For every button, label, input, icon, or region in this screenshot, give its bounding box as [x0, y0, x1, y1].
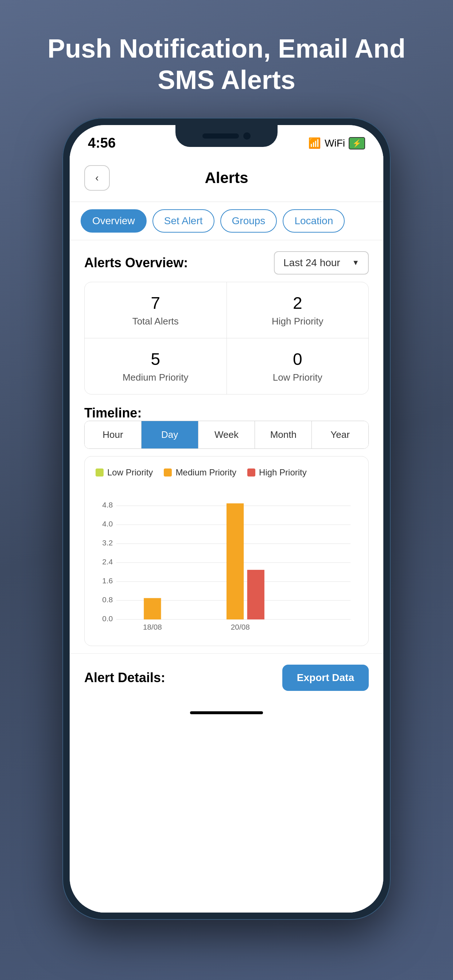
low-priority-cell: 0 Low Priority — [227, 338, 369, 394]
alert-details-label: Alert Details: — [84, 670, 165, 686]
svg-text:4.8: 4.8 — [102, 501, 113, 509]
low-priority-dot — [96, 468, 104, 477]
medium-priority-value: 5 — [92, 349, 219, 369]
camera — [243, 132, 250, 140]
battery-icon: ⚡ — [349, 137, 365, 150]
dropdown-value: Last 24 hour — [283, 257, 340, 269]
medium-priority-dot — [164, 468, 172, 477]
tab-year[interactable]: Year — [312, 421, 368, 449]
timeline-section: Timeline: Hour Day Week Month Year — [70, 406, 383, 646]
legend-low-priority: Low Priority — [96, 468, 153, 477]
page-title: Push Notification, Email And SMS Alerts — [0, 33, 453, 96]
svg-text:3.2: 3.2 — [102, 538, 113, 547]
bar-18-08-medium — [144, 598, 161, 619]
svg-text:0.0: 0.0 — [102, 614, 113, 622]
status-icons: 📶 WiFi ⚡ — [308, 137, 365, 150]
svg-text:4.0: 4.0 — [102, 520, 113, 528]
alerts-overview-section: Alerts Overview: Last 24 hour ▼ — [70, 240, 383, 275]
medium-priority-cell: 5 Medium Priority — [85, 338, 227, 394]
alerts-overview-header: Alerts Overview: Last 24 hour ▼ — [84, 251, 369, 275]
tab-month[interactable]: Month — [255, 421, 312, 449]
high-priority-dot — [247, 468, 255, 477]
stats-row-1: 7 Total Alerts 2 High Priority — [85, 282, 368, 338]
svg-text:18/08: 18/08 — [143, 623, 162, 631]
bar-20-08-medium — [226, 503, 244, 619]
timeline-label: Timeline: — [84, 406, 142, 420]
chart-card: Low Priority Medium Priority High Priori… — [84, 456, 369, 646]
wifi-icon: WiFi — [325, 137, 345, 149]
tab-set-alert[interactable]: Set Alert — [152, 209, 214, 232]
svg-text:20/08: 20/08 — [231, 623, 250, 631]
tab-bar: Overview Set Alert Groups Location — [70, 202, 383, 240]
svg-text:2.4: 2.4 — [102, 557, 113, 566]
back-icon: ‹ — [95, 172, 99, 184]
home-bar — [190, 711, 263, 714]
high-priority-cell: 2 High Priority — [227, 282, 369, 338]
legend-high-priority: High Priority — [247, 468, 307, 477]
svg-text:1.6: 1.6 — [102, 576, 113, 585]
high-priority-label: High Priority — [272, 316, 324, 327]
page-header-title: Alerts — [110, 169, 343, 187]
tab-groups[interactable]: Groups — [220, 209, 277, 232]
status-time: 4:56 — [88, 135, 116, 151]
tab-location[interactable]: Location — [283, 209, 345, 232]
tab-overview[interactable]: Overview — [81, 209, 147, 232]
tab-week[interactable]: Week — [198, 421, 255, 449]
legend-medium-label: Medium Priority — [175, 468, 236, 477]
legend-high-label: High Priority — [259, 468, 307, 477]
low-priority-value: 0 — [234, 349, 362, 369]
phone-frame: 4:56 📶 WiFi ⚡ ‹ Alerts Overv — [62, 118, 391, 920]
low-priority-label: Low Priority — [273, 372, 322, 383]
stats-card: 7 Total Alerts 2 High Priority 5 Medium … — [84, 282, 369, 395]
medium-priority-label: Medium Priority — [123, 372, 188, 383]
time-range-dropdown[interactable]: Last 24 hour ▼ — [274, 251, 369, 275]
svg-text:0.8: 0.8 — [102, 595, 113, 604]
bar-20-08-high — [247, 570, 265, 619]
back-button[interactable]: ‹ — [84, 165, 110, 191]
signal-icon: 📶 — [308, 137, 321, 149]
stats-row-2: 5 Medium Priority 0 Low Priority — [85, 338, 368, 394]
export-data-button[interactable]: Export Data — [282, 665, 369, 691]
legend-medium-priority: Medium Priority — [164, 468, 236, 477]
speaker — [203, 134, 239, 138]
app-content: ‹ Alerts Overview Set Alert Groups Locat… — [70, 154, 383, 913]
tab-day[interactable]: Day — [142, 421, 198, 449]
phone-notch — [175, 125, 278, 147]
app-header: ‹ Alerts — [70, 154, 383, 202]
tab-hour[interactable]: Hour — [85, 421, 142, 449]
home-indicator — [70, 702, 383, 724]
timeline-tab-bar: Hour Day Week Month Year — [84, 421, 369, 449]
total-alerts-cell: 7 Total Alerts — [85, 282, 227, 338]
legend-low-label: Low Priority — [107, 468, 153, 477]
chevron-down-icon: ▼ — [352, 258, 359, 267]
high-priority-value: 2 — [234, 293, 362, 313]
alert-details-bar: Alert Details: Export Data — [70, 653, 383, 702]
alerts-overview-label: Alerts Overview: — [84, 255, 188, 270]
total-alerts-label: Total Alerts — [132, 316, 179, 327]
bar-chart: 0.0 0.8 1.6 2.4 3.2 4.0 4.8 — [96, 488, 357, 633]
chart-legend: Low Priority Medium Priority High Priori… — [96, 468, 357, 477]
total-alerts-value: 7 — [92, 293, 219, 313]
